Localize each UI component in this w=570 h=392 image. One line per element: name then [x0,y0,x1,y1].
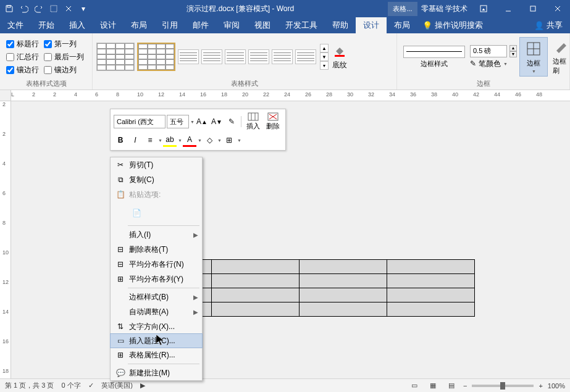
view-web-icon[interactable]: ▤ [445,380,458,391]
weight-down-icon[interactable]: ▼ [509,51,517,57]
tab-file[interactable]: 文件 [0,17,31,33]
total-row-checkbox[interactable]: 汇总行 [4,51,41,64]
share-button[interactable]: 👤 共享 [527,17,570,33]
ctx-autofit[interactable]: 自动调整(A)▶ [111,304,202,319]
zoom-level[interactable]: 100% [548,382,565,390]
header-row-checkbox[interactable]: 标题行 [4,38,41,51]
tab-home[interactable]: 开始 [31,17,62,33]
ctx-border-style[interactable]: 边框样式(B)▶ [111,290,202,304]
zoom-in-icon[interactable]: + [539,382,542,390]
redo-icon[interactable] [32,2,46,15]
tell-me-search[interactable]: 💡 操作说明搜索 [417,17,527,33]
tab-table-layout[interactable]: 布局 [387,17,417,33]
font-color-icon[interactable]: A [183,133,196,147]
maximize-icon[interactable] [521,0,545,17]
table-style-thumb[interactable] [137,43,175,71]
banded-rows-checkbox[interactable]: 镶边行 [4,64,41,77]
status-words[interactable]: 0 个字 [61,381,80,390]
gallery-scroll-up-icon[interactable]: ▲ [320,44,329,52]
status-page[interactable]: 第 1 页，共 3 页 [5,381,54,390]
qat-custom-1-icon[interactable] [47,2,61,15]
view-print-icon[interactable]: ▦ [426,380,440,391]
ctx-new-comment[interactable]: 💬新建批注(M) [111,365,202,380]
pen-color-button[interactable]: ✎ 笔颜色 ▼ [470,59,517,69]
context-menu: ✂剪切(T) ⧉复制(C) 📋粘贴选项: 📄 插入(I)▶ ⊟删除表格(T) ⊟… [110,157,203,381]
ctx-distribute-cols[interactable]: ⊞平均分布各列(Y) [111,272,202,286]
table-tools-tab[interactable]: 表格... [388,2,417,16]
delete-table-icon: ⊟ [114,245,127,254]
zoom-out-icon[interactable]: − [463,382,467,390]
gallery-expand-icon[interactable]: ▾ [320,61,329,70]
ribbon-tabs: 文件 开始 插入 设计 布局 引用 邮件 审阅 视图 开发工具 帮助 设计 布局… [0,17,570,33]
save-icon[interactable] [2,2,16,15]
status-language[interactable]: 英语(美国) [101,381,133,390]
ctx-cut[interactable]: ✂剪切(T) [111,157,202,172]
status-proofing-icon[interactable]: ✓ [88,382,94,390]
tab-layout[interactable]: 布局 [124,17,154,33]
borders-button[interactable]: 边框 ▼ [519,37,548,77]
qat-custom-2-icon[interactable] [62,2,75,15]
view-read-icon[interactable]: ▭ [408,380,421,391]
ctx-distribute-rows[interactable]: ⊟平均分布各行(N) [111,257,202,272]
bold-icon[interactable]: B [114,133,127,147]
table-style-thumb[interactable] [178,49,199,64]
tab-developer[interactable]: 开发工具 [278,17,325,33]
table-style-thumb[interactable] [201,49,222,64]
shading-mini-icon[interactable]: ◇ [203,133,216,147]
ctx-insert[interactable]: 插入(I)▶ [111,227,202,242]
table-style-thumb[interactable] [295,49,316,64]
gallery-scroll-down-icon[interactable]: ▼ [320,52,329,61]
format-painter-icon[interactable]: ✎ [225,115,238,128]
mini-delete-button[interactable]: 删除 [264,112,282,131]
border-weight-input[interactable] [470,45,507,57]
ribbon-options-icon[interactable] [471,0,496,17]
vertical-ruler[interactable]: 224681012141618 [0,101,11,392]
last-column-checkbox[interactable]: 最后一列 [41,51,86,64]
border-painter-button[interactable]: 边框刷 [548,36,570,78]
mini-font-combo[interactable]: Calibri (西文 [114,115,166,128]
table-style-thumb[interactable] [272,49,293,64]
tab-mailings[interactable]: 邮件 [185,17,216,33]
ctx-insert-caption[interactable]: ▭插入题注(C)... [110,333,203,348]
mini-insert-button[interactable]: 插入 [244,112,262,131]
user-account[interactable]: 零基础 学技术 [417,4,471,14]
tab-view[interactable]: 视图 [247,17,278,33]
tab-table-design[interactable]: 设计 [356,17,387,33]
weight-up-icon[interactable]: ▲ [509,45,517,51]
first-column-checkbox[interactable]: 第一列 [41,38,79,51]
shrink-font-icon[interactable]: A▼ [210,115,224,128]
tab-review[interactable]: 审阅 [216,17,247,33]
table-style-thumb[interactable] [225,49,246,64]
table-style-thumb[interactable] [96,43,135,71]
paste-keep-source-icon[interactable]: 📄 [128,204,145,222]
zoom-slider[interactable] [472,385,534,387]
tab-help[interactable]: 帮助 [325,17,356,33]
ctx-paste-options-label: 📋粘贴选项: [111,187,202,202]
ctx-copy[interactable]: ⧉复制(C) [111,172,202,187]
close-icon[interactable] [545,0,570,17]
ctx-delete-table[interactable]: ⊟删除表格(T) [111,242,202,257]
horizontal-ruler[interactable]: L224681012141618202224262830323436384042… [11,90,570,101]
mini-size-combo[interactable]: 五号 [167,115,189,128]
tell-me-label: 操作说明搜索 [435,20,483,31]
tab-references[interactable]: 引用 [154,17,185,33]
qat-dropdown-icon[interactable]: ▾ [77,2,90,15]
title-bar: ▾ 演示过程.docx [兼容模式] - Word 表格... 零基础 学技术 [0,0,570,17]
undo-icon[interactable] [17,2,31,15]
ctx-text-direction[interactable]: ⇅文字方向(X)... [111,319,202,334]
tab-insert[interactable]: 插入 [62,17,93,33]
highlight-icon[interactable]: ab [163,133,177,147]
shading-button[interactable]: 底纹 [329,43,351,72]
ctx-table-properties[interactable]: ⊞表格属性(R)... [111,348,202,362]
tab-design[interactable]: 设计 [93,17,124,33]
table-style-thumb[interactable] [248,49,269,64]
banded-cols-checkbox[interactable]: 镶边列 [41,64,79,77]
border-style-dropdown[interactable] [403,46,465,58]
borders-mini-icon[interactable]: ⊞ [222,133,236,147]
grow-font-icon[interactable]: A▲ [195,115,209,128]
table-style-gallery[interactable]: ▲ ▼ ▾ [96,43,329,71]
status-macro-icon[interactable]: ▶ [140,382,145,390]
minimize-icon[interactable] [496,0,521,17]
align-icon[interactable]: ≡ [143,133,157,147]
italic-icon[interactable]: I [128,133,142,147]
